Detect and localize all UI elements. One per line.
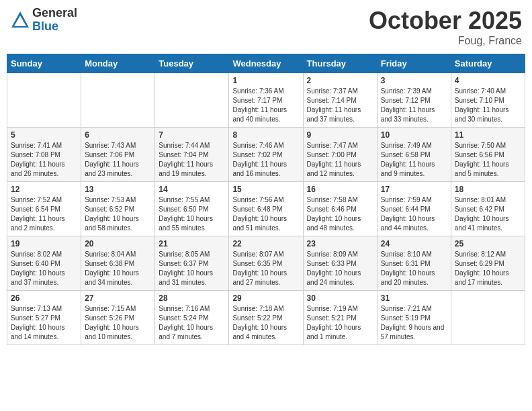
calendar-cell: 15Sunrise: 7:56 AMSunset: 6:48 PMDayligh… xyxy=(229,182,303,236)
day-info: Sunrise: 7:52 AMSunset: 6:54 PMDaylight:… xyxy=(11,195,77,233)
day-of-week-header: Thursday xyxy=(303,54,377,73)
day-info: Sunrise: 7:50 AMSunset: 6:56 PMDaylight:… xyxy=(455,141,521,179)
calendar-cell xyxy=(451,291,525,345)
day-info: Sunrise: 7:19 AMSunset: 5:21 PMDaylight:… xyxy=(307,304,373,342)
day-number: 1 xyxy=(232,76,299,85)
day-of-week-header: Friday xyxy=(377,54,451,73)
day-number: 18 xyxy=(455,185,521,194)
day-info: Sunrise: 7:44 AMSunset: 7:04 PMDaylight:… xyxy=(159,141,225,179)
day-number: 10 xyxy=(381,130,447,140)
day-of-week-header: Saturday xyxy=(451,54,525,73)
calendar-cell: 11Sunrise: 7:50 AMSunset: 6:56 PMDayligh… xyxy=(451,128,525,182)
calendar-cell: 30Sunrise: 7:19 AMSunset: 5:21 PMDayligh… xyxy=(303,291,377,345)
calendar-cell: 25Sunrise: 8:12 AMSunset: 6:29 PMDayligh… xyxy=(451,236,525,291)
day-info: Sunrise: 7:41 AMSunset: 7:08 PMDaylight:… xyxy=(11,141,77,179)
day-info: Sunrise: 7:58 AMSunset: 6:46 PMDaylight:… xyxy=(307,195,373,233)
calendar-cell xyxy=(155,73,229,128)
day-info: Sunrise: 8:07 AMSunset: 6:35 PMDaylight:… xyxy=(232,250,299,287)
calendar-cell: 8Sunrise: 7:46 AMSunset: 7:02 PMDaylight… xyxy=(229,128,303,182)
day-info: Sunrise: 7:40 AMSunset: 7:10 PMDaylight:… xyxy=(455,87,521,124)
day-number: 30 xyxy=(307,293,373,303)
calendar-table: SundayMondayTuesdayWednesdayThursdayFrid… xyxy=(7,54,525,345)
calendar-cell: 24Sunrise: 8:10 AMSunset: 6:31 PMDayligh… xyxy=(377,236,451,291)
calendar-week-row: 5Sunrise: 7:41 AMSunset: 7:08 PMDaylight… xyxy=(7,128,525,182)
day-number: 25 xyxy=(455,239,521,248)
calendar-cell: 10Sunrise: 7:49 AMSunset: 6:58 PMDayligh… xyxy=(377,128,451,182)
day-number: 28 xyxy=(159,293,225,303)
calendar-cell: 26Sunrise: 7:13 AMSunset: 5:27 PMDayligh… xyxy=(7,291,81,345)
day-info: Sunrise: 7:16 AMSunset: 5:24 PMDaylight:… xyxy=(159,304,225,342)
day-of-week-header: Wednesday xyxy=(229,54,303,73)
day-info: Sunrise: 8:05 AMSunset: 6:37 PMDaylight:… xyxy=(159,250,225,287)
day-number: 19 xyxy=(11,239,77,248)
day-number: 13 xyxy=(85,185,151,194)
calendar-cell: 9Sunrise: 7:47 AMSunset: 7:00 PMDaylight… xyxy=(303,128,377,182)
calendar-cell xyxy=(7,73,81,128)
calendar-cell: 27Sunrise: 7:15 AMSunset: 5:26 PMDayligh… xyxy=(81,291,155,345)
day-number: 2 xyxy=(307,76,373,85)
day-info: Sunrise: 7:53 AMSunset: 6:52 PMDaylight:… xyxy=(85,195,151,233)
day-info: Sunrise: 7:56 AMSunset: 6:48 PMDaylight:… xyxy=(232,195,299,233)
day-number: 11 xyxy=(455,130,521,140)
calendar-cell: 1Sunrise: 7:36 AMSunset: 7:17 PMDaylight… xyxy=(229,73,303,128)
day-info: Sunrise: 7:15 AMSunset: 5:26 PMDaylight:… xyxy=(85,304,151,342)
day-number: 4 xyxy=(455,76,521,85)
calendar-week-row: 1Sunrise: 7:36 AMSunset: 7:17 PMDaylight… xyxy=(7,73,525,128)
day-info: Sunrise: 8:04 AMSunset: 6:38 PMDaylight:… xyxy=(85,250,151,287)
day-info: Sunrise: 7:55 AMSunset: 6:50 PMDaylight:… xyxy=(159,195,225,233)
calendar-cell: 29Sunrise: 7:18 AMSunset: 5:22 PMDayligh… xyxy=(229,291,303,345)
calendar-title: October 2025 xyxy=(369,7,522,35)
calendar-header-row: SundayMondayTuesdayWednesdayThursdayFrid… xyxy=(7,54,525,73)
day-number: 23 xyxy=(307,239,373,248)
day-info: Sunrise: 7:46 AMSunset: 7:02 PMDaylight:… xyxy=(232,141,299,179)
day-number: 14 xyxy=(159,185,225,194)
day-info: Sunrise: 7:18 AMSunset: 5:22 PMDaylight:… xyxy=(232,304,299,342)
day-number: 3 xyxy=(381,76,447,85)
day-number: 8 xyxy=(232,130,299,140)
day-info: Sunrise: 7:47 AMSunset: 7:00 PMDaylight:… xyxy=(307,141,373,179)
calendar-cell: 5Sunrise: 7:41 AMSunset: 7:08 PMDaylight… xyxy=(7,128,81,182)
calendar-cell: 17Sunrise: 7:59 AMSunset: 6:44 PMDayligh… xyxy=(377,182,451,236)
calendar-cell: 16Sunrise: 7:58 AMSunset: 6:46 PMDayligh… xyxy=(303,182,377,236)
day-number: 21 xyxy=(159,239,225,248)
day-number: 7 xyxy=(159,130,225,140)
logo-blue-text: Blue xyxy=(32,20,77,34)
day-number: 20 xyxy=(85,239,151,248)
calendar-week-row: 19Sunrise: 8:02 AMSunset: 6:40 PMDayligh… xyxy=(7,236,525,291)
day-number: 15 xyxy=(232,185,299,194)
calendar-cell: 19Sunrise: 8:02 AMSunset: 6:40 PMDayligh… xyxy=(7,236,81,291)
day-number: 6 xyxy=(85,130,151,140)
day-info: Sunrise: 7:39 AMSunset: 7:12 PMDaylight:… xyxy=(381,87,447,124)
calendar-cell: 6Sunrise: 7:43 AMSunset: 7:06 PMDaylight… xyxy=(81,128,155,182)
day-info: Sunrise: 8:10 AMSunset: 6:31 PMDaylight:… xyxy=(381,250,447,287)
day-number: 27 xyxy=(85,293,151,303)
day-number: 24 xyxy=(381,239,447,248)
calendar-cell: 7Sunrise: 7:44 AMSunset: 7:04 PMDaylight… xyxy=(155,128,229,182)
day-info: Sunrise: 8:02 AMSunset: 6:40 PMDaylight:… xyxy=(11,250,77,287)
logo-general-text: General xyxy=(32,7,77,20)
logo-icon xyxy=(10,10,30,30)
day-info: Sunrise: 7:36 AMSunset: 7:17 PMDaylight:… xyxy=(232,87,299,124)
day-info: Sunrise: 7:21 AMSunset: 5:19 PMDaylight:… xyxy=(381,304,447,342)
calendar-cell xyxy=(81,73,155,128)
day-number: 5 xyxy=(11,130,77,140)
day-number: 22 xyxy=(232,239,299,248)
day-info: Sunrise: 8:01 AMSunset: 6:42 PMDaylight:… xyxy=(455,195,521,233)
day-of-week-header: Sunday xyxy=(7,54,81,73)
calendar-cell: 23Sunrise: 8:09 AMSunset: 6:33 PMDayligh… xyxy=(303,236,377,291)
day-info: Sunrise: 7:37 AMSunset: 7:14 PMDaylight:… xyxy=(307,87,373,124)
calendar-week-row: 26Sunrise: 7:13 AMSunset: 5:27 PMDayligh… xyxy=(7,291,525,345)
calendar-cell: 21Sunrise: 8:05 AMSunset: 6:37 PMDayligh… xyxy=(155,236,229,291)
calendar-cell: 12Sunrise: 7:52 AMSunset: 6:54 PMDayligh… xyxy=(7,182,81,236)
title-block: October 2025 Foug, France xyxy=(369,7,522,47)
day-info: Sunrise: 8:09 AMSunset: 6:33 PMDaylight:… xyxy=(307,250,373,287)
calendar-cell: 22Sunrise: 8:07 AMSunset: 6:35 PMDayligh… xyxy=(229,236,303,291)
day-number: 9 xyxy=(307,130,373,140)
calendar-cell: 13Sunrise: 7:53 AMSunset: 6:52 PMDayligh… xyxy=(81,182,155,236)
day-number: 31 xyxy=(381,293,447,303)
day-of-week-header: Monday xyxy=(81,54,155,73)
calendar-cell: 14Sunrise: 7:55 AMSunset: 6:50 PMDayligh… xyxy=(155,182,229,236)
day-number: 29 xyxy=(232,293,299,303)
calendar-cell: 31Sunrise: 7:21 AMSunset: 5:19 PMDayligh… xyxy=(377,291,451,345)
day-info: Sunrise: 8:12 AMSunset: 6:29 PMDaylight:… xyxy=(455,250,521,287)
